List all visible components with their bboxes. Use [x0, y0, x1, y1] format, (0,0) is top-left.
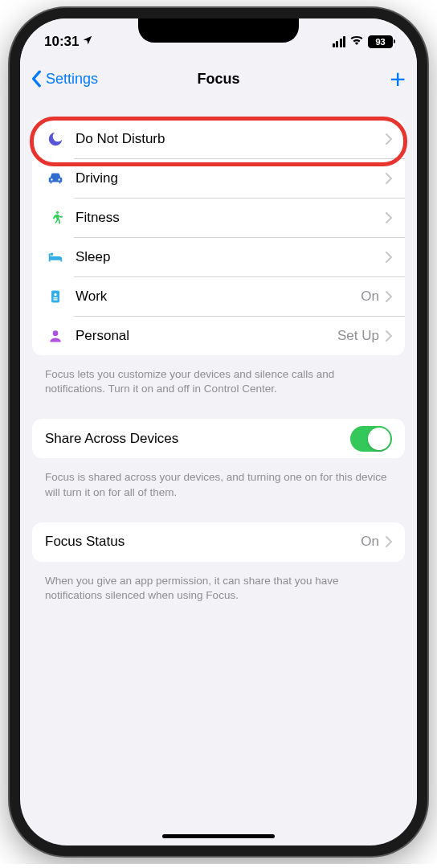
page-title: Focus	[197, 71, 239, 88]
focus-row-label: Personal	[76, 328, 337, 344]
svg-rect-3	[54, 297, 58, 298]
share-toggle[interactable]	[350, 426, 392, 452]
focus-row-label: Do Not Disturb	[76, 131, 386, 147]
share-footer: Focus is shared across your devices, and…	[32, 465, 405, 522]
phone-frame: 10:31 93 Settings	[10, 8, 427, 856]
badge-icon	[45, 286, 66, 307]
share-across-devices-row[interactable]: Share Across Devices	[32, 419, 405, 458]
back-label: Settings	[46, 71, 98, 88]
add-focus-button[interactable]: +	[390, 65, 406, 92]
focus-row-personal[interactable]: Personal Set Up	[32, 316, 405, 355]
svg-rect-1	[51, 290, 59, 302]
chevron-right-icon	[386, 252, 392, 263]
focus-row-detail: On	[361, 289, 379, 305]
cellular-signal-icon	[333, 36, 346, 47]
focus-row-label: Work	[76, 289, 361, 305]
chevron-right-icon	[386, 133, 392, 145]
runner-icon	[45, 207, 66, 228]
status-time: 10:31	[44, 34, 79, 50]
focus-status-row[interactable]: Focus Status On	[32, 522, 405, 562]
svg-point-2	[54, 293, 56, 295]
content-area: Do Not Disturb Driving Fitness	[20, 99, 417, 845]
focus-row-sleep[interactable]: Sleep	[32, 237, 405, 276]
home-indicator[interactable]	[162, 834, 275, 838]
focus-status-footer: When you give an app permission, it can …	[32, 568, 405, 625]
bed-icon	[45, 247, 66, 268]
focus-row-label: Driving	[76, 170, 386, 186]
share-group: Share Across Devices	[32, 419, 405, 458]
screen: 10:31 93 Settings	[20, 18, 417, 845]
focus-status-label: Focus Status	[45, 534, 361, 550]
share-label: Share Across Devices	[45, 431, 350, 447]
wifi-icon	[349, 34, 364, 50]
chevron-left-icon	[31, 70, 43, 88]
focus-row-driving[interactable]: Driving	[32, 158, 405, 198]
battery-percent: 93	[375, 37, 385, 47]
svg-point-0	[56, 211, 59, 213]
focus-modes-group: Do Not Disturb Driving Fitness	[32, 119, 405, 355]
back-button[interactable]: Settings	[31, 70, 98, 88]
chevron-right-icon	[386, 536, 392, 547]
person-icon	[45, 326, 66, 346]
notch	[138, 18, 299, 43]
chevron-right-icon	[386, 291, 392, 302]
focus-modes-footer: Focus lets you customize your devices an…	[32, 362, 405, 419]
svg-point-5	[53, 330, 59, 336]
moon-icon	[45, 129, 66, 149]
nav-bar: Settings Focus +	[20, 59, 417, 99]
focus-row-fitness[interactable]: Fitness	[32, 198, 405, 237]
chevron-right-icon	[386, 173, 392, 184]
svg-rect-4	[54, 299, 58, 300]
focus-status-detail: On	[361, 534, 379, 550]
focus-row-work[interactable]: Work On	[32, 276, 405, 316]
chevron-right-icon	[386, 330, 392, 342]
battery-indicator: 93	[368, 35, 393, 48]
location-icon	[82, 34, 93, 50]
focus-row-detail: Set Up	[337, 328, 379, 344]
car-icon	[45, 168, 66, 189]
focus-status-group: Focus Status On	[32, 522, 405, 562]
focus-row-label: Sleep	[76, 249, 386, 265]
focus-row-dnd[interactable]: Do Not Disturb	[32, 119, 405, 158]
chevron-right-icon	[386, 212, 392, 223]
focus-row-label: Fitness	[76, 210, 386, 226]
